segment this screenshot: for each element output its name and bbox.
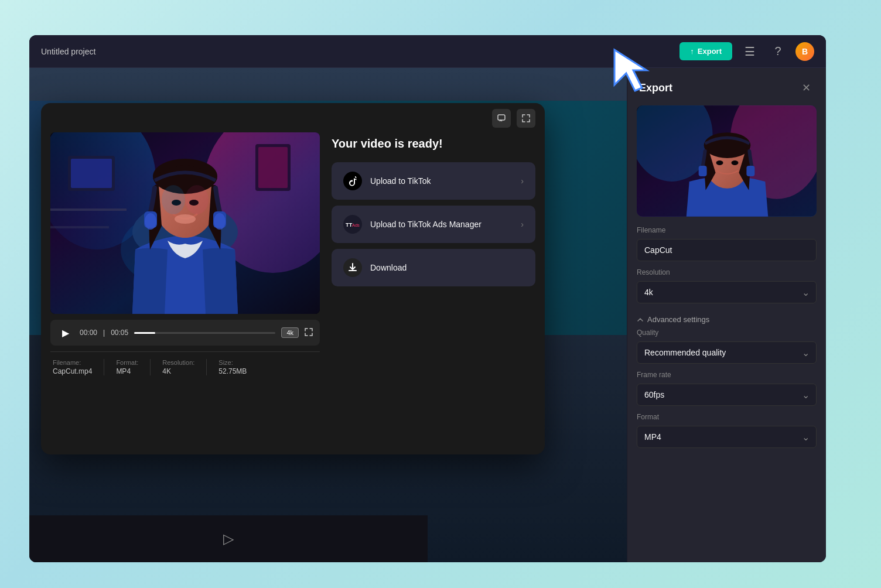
upload-tiktok-ads-button[interactable]: TT Ads Upload to TikTok Ads Manager › <box>332 206 535 243</box>
advanced-settings-toggle[interactable]: Advanced settings <box>627 310 826 329</box>
export-preview <box>637 105 817 217</box>
bottom-playbar: ▷ <box>29 515 428 562</box>
info-sep-2 <box>150 359 151 375</box>
quality-section-label: Quality <box>637 329 817 337</box>
top-bar: Untitled project ↑ Export ☰ ? B <box>29 35 826 68</box>
svg-text:TT: TT <box>346 222 353 228</box>
time-current: 00:00 <box>80 329 97 337</box>
format-value: MP4 <box>116 367 138 375</box>
tiktok-ads-chevron-icon: › <box>521 220 524 229</box>
tiktok-ads-icon: TT Ads <box>346 220 360 228</box>
framerate-select[interactable]: 60fps 30fps 24fps <box>637 384 817 406</box>
format-section: Format MP4 MOV AVI <box>627 413 826 455</box>
tiktok-icon-container <box>343 172 362 190</box>
main-play-button[interactable]: ▷ <box>223 531 234 547</box>
info-sep-3 <box>206 359 207 375</box>
expand-icon <box>522 114 530 122</box>
export-sidebar: Export ✕ <box>627 68 826 562</box>
export-button[interactable]: ↑ Export <box>679 42 732 60</box>
svg-point-19 <box>162 185 185 214</box>
download-label: Download <box>370 263 515 272</box>
info-sep-1 <box>104 359 104 375</box>
export-header: Export ✕ <box>627 68 826 105</box>
svg-rect-10 <box>50 226 109 228</box>
quality-select-wrapper: Recommended quality Best quality Compres… <box>637 341 817 364</box>
actions-panel: Your video is ready! Upload to TikTok › <box>332 132 535 450</box>
video-player: ▶ 00:00 | 00:05 4k <box>50 132 320 450</box>
svg-rect-9 <box>50 208 127 211</box>
progress-bar[interactable] <box>134 332 275 334</box>
svg-point-24 <box>214 213 226 230</box>
download-button[interactable]: Download <box>332 249 535 286</box>
tiktok-icon <box>347 175 358 187</box>
help-button[interactable]: ? <box>767 41 788 62</box>
upload-icon: ↑ <box>690 47 694 56</box>
format-section-label: Format <box>637 413 817 421</box>
export-title: Export <box>639 82 672 94</box>
project-title: Untitled project <box>41 47 95 56</box>
comment-icon-btn[interactable] <box>492 109 511 128</box>
svg-rect-34 <box>699 166 707 176</box>
layers-button[interactable]: ☰ <box>739 41 760 62</box>
svg-point-23 <box>145 213 156 230</box>
svg-rect-35 <box>746 166 754 176</box>
svg-point-33 <box>731 160 738 165</box>
filename-info: Filename: CapCut.mp4 <box>53 359 92 375</box>
filename-section: Filename <box>627 226 826 268</box>
filename-label: Filename: <box>53 359 92 366</box>
resolution-value: 4K <box>162 367 194 375</box>
resolution-select-wrapper: 4k 1080p 720p <box>637 281 817 303</box>
tiktok-ads-icon-container: TT Ads <box>343 215 362 234</box>
quality-badge: 4k <box>281 327 299 338</box>
svg-rect-6 <box>71 159 112 188</box>
chevron-up-icon <box>637 316 644 323</box>
svg-rect-8 <box>258 147 288 188</box>
quality-select[interactable]: Recommended quality Best quality Compres… <box>637 341 817 364</box>
fullscreen-icon-btn[interactable] <box>517 109 535 128</box>
file-info: Filename: CapCut.mp4 Format: MP4 Resolut… <box>50 351 320 375</box>
format-select[interactable]: MP4 MOV AVI <box>637 426 817 448</box>
svg-point-20 <box>185 185 209 214</box>
video-thumbnail <box>50 132 320 314</box>
progress-fill <box>134 332 155 334</box>
size-info: Size: 52.75MB <box>218 359 247 375</box>
framerate-section: Frame rate 60fps 30fps 24fps <box>627 371 826 413</box>
resolution-label: Resolution: <box>162 359 194 366</box>
download-icon-container <box>343 258 362 277</box>
resolution-info: Resolution: 4K <box>162 359 194 375</box>
filename-value: CapCut.mp4 <box>53 367 92 375</box>
tiktok-ads-label: Upload to TikTok Ads Manager <box>370 220 513 229</box>
size-label: Size: <box>218 359 247 366</box>
format-label: Format: <box>116 359 138 366</box>
resolution-section-label: Resolution <box>637 268 817 276</box>
preview-image <box>637 105 817 217</box>
modal-header <box>41 103 545 128</box>
top-bar-actions: ↑ Export ☰ ? B <box>679 41 814 62</box>
svg-point-32 <box>716 160 723 165</box>
size-value: 52.75MB <box>218 367 247 375</box>
filename-section-label: Filename <box>637 226 817 234</box>
comment-icon <box>497 114 506 122</box>
format-info: Format: MP4 <box>116 359 138 375</box>
format-select-wrapper: MP4 MOV AVI <box>637 426 817 448</box>
video-ready-modal: ▶ 00:00 | 00:05 4k <box>41 103 545 454</box>
framerate-select-wrapper: 60fps 30fps 24fps <box>637 384 817 406</box>
upload-tiktok-button[interactable]: Upload to TikTok › <box>332 162 535 200</box>
download-icon <box>347 262 358 273</box>
svg-point-17 <box>175 214 196 224</box>
close-export-button[interactable]: ✕ <box>798 80 814 96</box>
fullscreen-icon <box>305 328 313 336</box>
avatar[interactable]: B <box>795 42 814 61</box>
filename-input[interactable] <box>637 239 817 261</box>
play-button[interactable]: ▶ <box>57 324 74 341</box>
tiktok-chevron-icon: › <box>521 176 524 186</box>
time-total: 00:05 <box>111 329 128 337</box>
svg-rect-0 <box>498 115 505 120</box>
video-controls: ▶ 00:00 | 00:05 4k <box>50 320 320 346</box>
resolution-select[interactable]: 4k 1080p 720p <box>637 281 817 303</box>
fullscreen-button[interactable] <box>305 328 313 338</box>
tiktok-label: Upload to TikTok <box>370 176 513 186</box>
app-window: Untitled project ↑ Export ☰ ? B <box>29 35 826 562</box>
framerate-section-label: Frame rate <box>637 371 817 379</box>
video-ready-title: Your video is ready! <box>332 137 535 151</box>
